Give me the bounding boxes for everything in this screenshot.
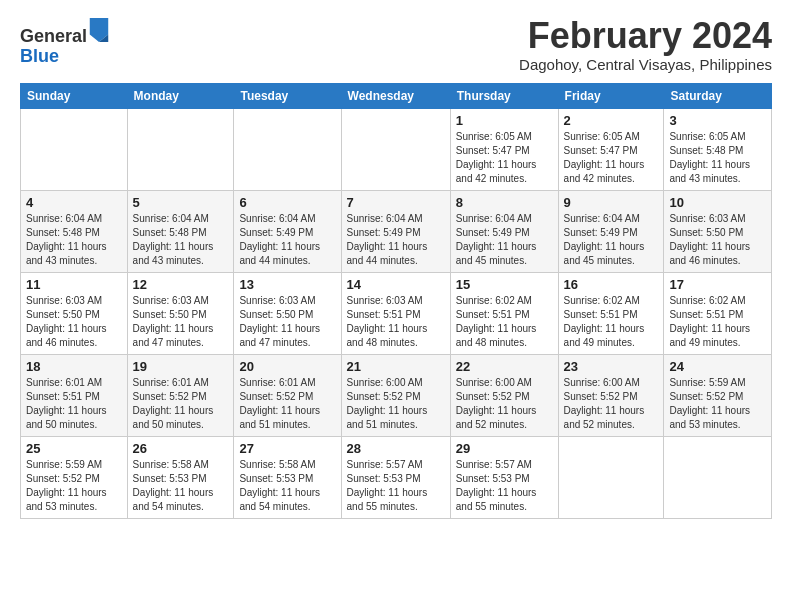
day-number: 14 [347, 277, 445, 292]
calendar-cell [341, 108, 450, 190]
week-row-5: 25Sunrise: 5:59 AMSunset: 5:52 PMDayligh… [21, 436, 772, 518]
day-info: Sunrise: 5:57 AMSunset: 5:53 PMDaylight:… [456, 458, 553, 514]
day-number: 11 [26, 277, 122, 292]
logo: General Blue [20, 20, 109, 67]
calendar-cell: 22Sunrise: 6:00 AMSunset: 5:52 PMDayligh… [450, 354, 558, 436]
day-info: Sunrise: 6:02 AMSunset: 5:51 PMDaylight:… [456, 294, 553, 350]
calendar-cell: 27Sunrise: 5:58 AMSunset: 5:53 PMDayligh… [234, 436, 341, 518]
calendar-cell: 14Sunrise: 6:03 AMSunset: 5:51 PMDayligh… [341, 272, 450, 354]
calendar-cell: 5Sunrise: 6:04 AMSunset: 5:48 PMDaylight… [127, 190, 234, 272]
day-number: 23 [564, 359, 659, 374]
day-number: 24 [669, 359, 766, 374]
calendar-cell [21, 108, 128, 190]
day-number: 27 [239, 441, 335, 456]
header-monday: Monday [127, 83, 234, 108]
header-saturday: Saturday [664, 83, 772, 108]
calendar-cell: 19Sunrise: 6:01 AMSunset: 5:52 PMDayligh… [127, 354, 234, 436]
day-info: Sunrise: 6:05 AMSunset: 5:47 PMDaylight:… [456, 130, 553, 186]
day-number: 19 [133, 359, 229, 374]
calendar-cell: 21Sunrise: 6:00 AMSunset: 5:52 PMDayligh… [341, 354, 450, 436]
day-info: Sunrise: 5:59 AMSunset: 5:52 PMDaylight:… [669, 376, 766, 432]
day-info: Sunrise: 5:58 AMSunset: 5:53 PMDaylight:… [133, 458, 229, 514]
calendar-cell: 23Sunrise: 6:00 AMSunset: 5:52 PMDayligh… [558, 354, 664, 436]
day-info: Sunrise: 6:03 AMSunset: 5:50 PMDaylight:… [239, 294, 335, 350]
day-info: Sunrise: 6:00 AMSunset: 5:52 PMDaylight:… [456, 376, 553, 432]
day-info: Sunrise: 5:57 AMSunset: 5:53 PMDaylight:… [347, 458, 445, 514]
calendar-cell: 7Sunrise: 6:04 AMSunset: 5:49 PMDaylight… [341, 190, 450, 272]
calendar-header-row: SundayMondayTuesdayWednesdayThursdayFrid… [21, 83, 772, 108]
day-number: 4 [26, 195, 122, 210]
week-row-4: 18Sunrise: 6:01 AMSunset: 5:51 PMDayligh… [21, 354, 772, 436]
day-info: Sunrise: 6:05 AMSunset: 5:48 PMDaylight:… [669, 130, 766, 186]
day-number: 21 [347, 359, 445, 374]
day-info: Sunrise: 6:03 AMSunset: 5:50 PMDaylight:… [669, 212, 766, 268]
day-number: 3 [669, 113, 766, 128]
day-number: 16 [564, 277, 659, 292]
day-info: Sunrise: 6:04 AMSunset: 5:49 PMDaylight:… [564, 212, 659, 268]
calendar-cell: 4Sunrise: 6:04 AMSunset: 5:48 PMDaylight… [21, 190, 128, 272]
day-info: Sunrise: 6:02 AMSunset: 5:51 PMDaylight:… [669, 294, 766, 350]
day-number: 17 [669, 277, 766, 292]
month-year: February 2024 [519, 16, 772, 56]
logo-blue: Blue [20, 47, 109, 67]
calendar-cell: 17Sunrise: 6:02 AMSunset: 5:51 PMDayligh… [664, 272, 772, 354]
day-number: 7 [347, 195, 445, 210]
day-info: Sunrise: 6:01 AMSunset: 5:52 PMDaylight:… [239, 376, 335, 432]
day-number: 13 [239, 277, 335, 292]
calendar-cell: 10Sunrise: 6:03 AMSunset: 5:50 PMDayligh… [664, 190, 772, 272]
day-info: Sunrise: 6:04 AMSunset: 5:49 PMDaylight:… [239, 212, 335, 268]
day-number: 25 [26, 441, 122, 456]
day-info: Sunrise: 6:04 AMSunset: 5:49 PMDaylight:… [456, 212, 553, 268]
day-number: 8 [456, 195, 553, 210]
calendar-cell: 20Sunrise: 6:01 AMSunset: 5:52 PMDayligh… [234, 354, 341, 436]
calendar-table: SundayMondayTuesdayWednesdayThursdayFrid… [20, 83, 772, 519]
day-number: 26 [133, 441, 229, 456]
calendar-cell: 8Sunrise: 6:04 AMSunset: 5:49 PMDaylight… [450, 190, 558, 272]
day-number: 28 [347, 441, 445, 456]
week-row-3: 11Sunrise: 6:03 AMSunset: 5:50 PMDayligh… [21, 272, 772, 354]
calendar-cell [558, 436, 664, 518]
day-number: 15 [456, 277, 553, 292]
location: Dagohoy, Central Visayas, Philippines [519, 56, 772, 73]
page-header: General Blue February 2024 Dagohoy, Cent… [20, 16, 772, 73]
logo-general: General [20, 26, 87, 46]
calendar-cell [234, 108, 341, 190]
calendar-cell: 29Sunrise: 5:57 AMSunset: 5:53 PMDayligh… [450, 436, 558, 518]
calendar-cell [664, 436, 772, 518]
day-number: 2 [564, 113, 659, 128]
header-wednesday: Wednesday [341, 83, 450, 108]
day-number: 22 [456, 359, 553, 374]
logo-blue-text: Blue [20, 46, 59, 66]
day-info: Sunrise: 6:05 AMSunset: 5:47 PMDaylight:… [564, 130, 659, 186]
week-row-1: 1Sunrise: 6:05 AMSunset: 5:47 PMDaylight… [21, 108, 772, 190]
calendar-cell: 2Sunrise: 6:05 AMSunset: 5:47 PMDaylight… [558, 108, 664, 190]
calendar-cell: 9Sunrise: 6:04 AMSunset: 5:49 PMDaylight… [558, 190, 664, 272]
day-info: Sunrise: 5:58 AMSunset: 5:53 PMDaylight:… [239, 458, 335, 514]
day-info: Sunrise: 6:01 AMSunset: 5:52 PMDaylight:… [133, 376, 229, 432]
day-info: Sunrise: 6:04 AMSunset: 5:49 PMDaylight:… [347, 212, 445, 268]
day-info: Sunrise: 5:59 AMSunset: 5:52 PMDaylight:… [26, 458, 122, 514]
day-number: 12 [133, 277, 229, 292]
day-info: Sunrise: 6:03 AMSunset: 5:50 PMDaylight:… [133, 294, 229, 350]
day-number: 10 [669, 195, 766, 210]
day-info: Sunrise: 6:04 AMSunset: 5:48 PMDaylight:… [26, 212, 122, 268]
week-row-2: 4Sunrise: 6:04 AMSunset: 5:48 PMDaylight… [21, 190, 772, 272]
header-thursday: Thursday [450, 83, 558, 108]
calendar-cell: 18Sunrise: 6:01 AMSunset: 5:51 PMDayligh… [21, 354, 128, 436]
day-number: 18 [26, 359, 122, 374]
day-info: Sunrise: 6:00 AMSunset: 5:52 PMDaylight:… [347, 376, 445, 432]
day-info: Sunrise: 6:00 AMSunset: 5:52 PMDaylight:… [564, 376, 659, 432]
calendar-cell: 6Sunrise: 6:04 AMSunset: 5:49 PMDaylight… [234, 190, 341, 272]
day-info: Sunrise: 6:04 AMSunset: 5:48 PMDaylight:… [133, 212, 229, 268]
logo-text: General [20, 20, 109, 47]
calendar-cell [127, 108, 234, 190]
calendar-cell: 13Sunrise: 6:03 AMSunset: 5:50 PMDayligh… [234, 272, 341, 354]
header-friday: Friday [558, 83, 664, 108]
calendar-cell: 16Sunrise: 6:02 AMSunset: 5:51 PMDayligh… [558, 272, 664, 354]
day-info: Sunrise: 6:02 AMSunset: 5:51 PMDaylight:… [564, 294, 659, 350]
day-number: 5 [133, 195, 229, 210]
calendar-cell: 15Sunrise: 6:02 AMSunset: 5:51 PMDayligh… [450, 272, 558, 354]
day-number: 6 [239, 195, 335, 210]
day-number: 9 [564, 195, 659, 210]
calendar-cell: 11Sunrise: 6:03 AMSunset: 5:50 PMDayligh… [21, 272, 128, 354]
